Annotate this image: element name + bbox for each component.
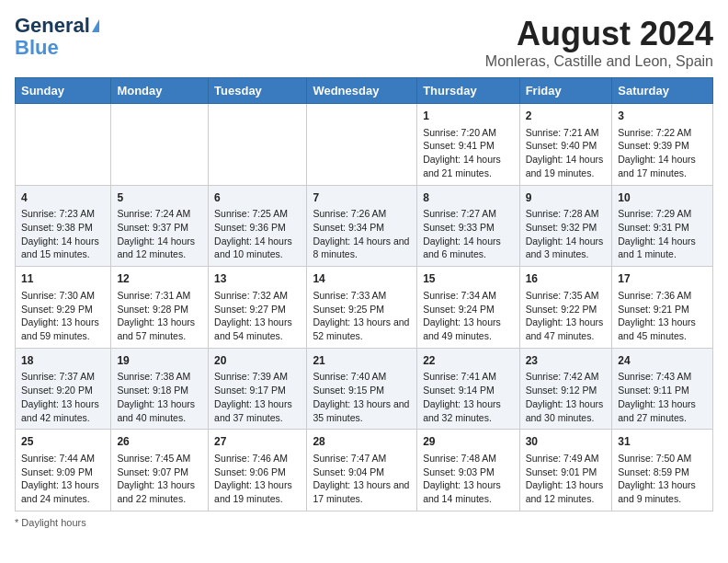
day-number: 13 [214,271,301,287]
week-row-4: 18Sunrise: 7:37 AM Sunset: 9:20 PM Dayli… [16,348,713,430]
day-info: Sunrise: 7:43 AM Sunset: 9:11 PM Dayligh… [618,370,707,424]
day-info: Sunrise: 7:37 AM Sunset: 9:20 PM Dayligh… [21,370,105,424]
day-number: 14 [313,271,411,287]
col-header-monday: Monday [111,78,209,104]
day-number: 27 [214,434,301,450]
day-cell: 25Sunrise: 7:44 AM Sunset: 9:09 PM Dayli… [16,430,111,511]
logo: General Blue [15,15,99,59]
day-info: Sunrise: 7:31 AM Sunset: 9:28 PM Dayligh… [117,289,202,343]
day-number: 31 [618,434,707,450]
week-row-5: 25Sunrise: 7:44 AM Sunset: 9:09 PM Dayli… [16,430,713,511]
day-number: 20 [214,353,301,369]
col-header-tuesday: Tuesday [209,78,307,104]
day-number: 12 [117,271,202,287]
day-info: Sunrise: 7:38 AM Sunset: 9:18 PM Dayligh… [117,370,202,424]
day-info: Sunrise: 7:39 AM Sunset: 9:17 PM Dayligh… [214,370,301,424]
calendar-header-row: SundayMondayTuesdayWednesdayThursdayFrid… [16,78,713,104]
day-cell: 10Sunrise: 7:29 AM Sunset: 9:31 PM Dayli… [612,185,713,267]
logo-general: General [15,15,90,37]
day-info: Sunrise: 7:22 AM Sunset: 9:39 PM Dayligh… [618,126,707,180]
day-cell: 29Sunrise: 7:48 AM Sunset: 9:03 PM Dayli… [417,430,519,511]
day-number: 24 [618,353,707,369]
day-number: 9 [526,190,607,206]
day-info: Sunrise: 7:35 AM Sunset: 9:22 PM Dayligh… [526,289,607,343]
header: General Blue August 2024 Monleras, Casti… [15,15,713,70]
day-cell: 15Sunrise: 7:34 AM Sunset: 9:24 PM Dayli… [417,267,519,349]
day-number: 15 [423,271,513,287]
day-cell: 26Sunrise: 7:45 AM Sunset: 9:07 PM Dayli… [111,430,209,511]
day-cell: 4Sunrise: 7:23 AM Sunset: 9:38 PM Daylig… [16,185,111,267]
day-info: Sunrise: 7:32 AM Sunset: 9:27 PM Dayligh… [214,289,301,343]
subtitle: Monleras, Castille and Leon, Spain [485,53,713,70]
day-number: 29 [423,434,513,450]
day-cell: 24Sunrise: 7:43 AM Sunset: 9:11 PM Dayli… [612,348,713,430]
day-number: 10 [618,190,707,206]
col-header-friday: Friday [519,78,612,104]
day-cell [111,104,209,186]
logo-triangle-icon [92,19,99,32]
day-cell: 27Sunrise: 7:46 AM Sunset: 9:06 PM Dayli… [209,430,307,511]
col-header-sunday: Sunday [16,78,111,104]
day-info: Sunrise: 7:33 AM Sunset: 9:25 PM Dayligh… [313,289,411,343]
day-cell: 2Sunrise: 7:21 AM Sunset: 9:40 PM Daylig… [519,104,612,186]
day-info: Sunrise: 7:21 AM Sunset: 9:40 PM Dayligh… [526,126,607,180]
day-info: Sunrise: 7:36 AM Sunset: 9:21 PM Dayligh… [618,289,707,343]
day-cell: 8Sunrise: 7:27 AM Sunset: 9:33 PM Daylig… [417,185,519,267]
col-header-saturday: Saturday [612,78,713,104]
day-number: 6 [214,190,301,206]
day-info: Sunrise: 7:34 AM Sunset: 9:24 PM Dayligh… [423,289,513,343]
calendar-table: SundayMondayTuesdayWednesdayThursdayFrid… [15,77,713,511]
day-info: Sunrise: 7:40 AM Sunset: 9:15 PM Dayligh… [313,370,411,424]
day-number: 28 [313,434,411,450]
day-info: Sunrise: 7:45 AM Sunset: 9:07 PM Dayligh… [117,452,202,506]
day-number: 8 [423,190,513,206]
day-cell: 14Sunrise: 7:33 AM Sunset: 9:25 PM Dayli… [307,267,417,349]
day-cell: 20Sunrise: 7:39 AM Sunset: 9:17 PM Dayli… [209,348,307,430]
day-info: Sunrise: 7:27 AM Sunset: 9:33 PM Dayligh… [423,207,513,261]
day-cell: 21Sunrise: 7:40 AM Sunset: 9:15 PM Dayli… [307,348,417,430]
week-row-3: 11Sunrise: 7:30 AM Sunset: 9:29 PM Dayli… [16,267,713,349]
day-number: 4 [21,190,105,206]
day-info: Sunrise: 7:23 AM Sunset: 9:38 PM Dayligh… [21,207,105,261]
day-info: Sunrise: 7:25 AM Sunset: 9:36 PM Dayligh… [214,207,301,261]
day-cell [307,104,417,186]
day-info: Sunrise: 7:42 AM Sunset: 9:12 PM Dayligh… [526,370,607,424]
week-row-1: 1Sunrise: 7:20 AM Sunset: 9:41 PM Daylig… [16,104,713,186]
col-header-thursday: Thursday [417,78,519,104]
day-number: 22 [423,353,513,369]
day-cell: 18Sunrise: 7:37 AM Sunset: 9:20 PM Dayli… [16,348,111,430]
day-info: Sunrise: 7:50 AM Sunset: 8:59 PM Dayligh… [618,452,707,506]
day-number: 30 [526,434,607,450]
day-number: 19 [117,353,202,369]
day-cell: 13Sunrise: 7:32 AM Sunset: 9:27 PM Dayli… [209,267,307,349]
day-number: 26 [117,434,202,450]
day-number: 17 [618,271,707,287]
day-cell: 22Sunrise: 7:41 AM Sunset: 9:14 PM Dayli… [417,348,519,430]
day-number: 18 [21,353,105,369]
day-number: 11 [21,271,105,287]
day-cell: 31Sunrise: 7:50 AM Sunset: 8:59 PM Dayli… [612,430,713,511]
day-number: 1 [423,109,513,124]
day-cell: 9Sunrise: 7:28 AM Sunset: 9:32 PM Daylig… [519,185,612,267]
day-number: 23 [526,353,607,369]
day-cell: 1Sunrise: 7:20 AM Sunset: 9:41 PM Daylig… [417,104,519,186]
day-info: Sunrise: 7:46 AM Sunset: 9:06 PM Dayligh… [214,452,301,506]
day-cell: 19Sunrise: 7:38 AM Sunset: 9:18 PM Dayli… [111,348,209,430]
day-cell: 28Sunrise: 7:47 AM Sunset: 9:04 PM Dayli… [307,430,417,511]
day-cell [209,104,307,186]
day-cell: 6Sunrise: 7:25 AM Sunset: 9:36 PM Daylig… [209,185,307,267]
day-info: Sunrise: 7:48 AM Sunset: 9:03 PM Dayligh… [423,452,513,506]
day-info: Sunrise: 7:20 AM Sunset: 9:41 PM Dayligh… [423,126,513,180]
day-number: 16 [526,271,607,287]
logo-blue: Blue [15,37,59,59]
day-info: Sunrise: 7:28 AM Sunset: 9:32 PM Dayligh… [526,207,607,261]
day-cell: 3Sunrise: 7:22 AM Sunset: 9:39 PM Daylig… [612,104,713,186]
col-header-wednesday: Wednesday [307,78,417,104]
day-number: 7 [313,190,411,206]
day-cell [16,104,111,186]
day-info: Sunrise: 7:47 AM Sunset: 9:04 PM Dayligh… [313,452,411,506]
day-cell: 7Sunrise: 7:26 AM Sunset: 9:34 PM Daylig… [307,185,417,267]
day-info: Sunrise: 7:26 AM Sunset: 9:34 PM Dayligh… [313,207,411,261]
title-area: August 2024 Monleras, Castille and Leon,… [485,15,713,70]
day-info: Sunrise: 7:24 AM Sunset: 9:37 PM Dayligh… [117,207,202,261]
